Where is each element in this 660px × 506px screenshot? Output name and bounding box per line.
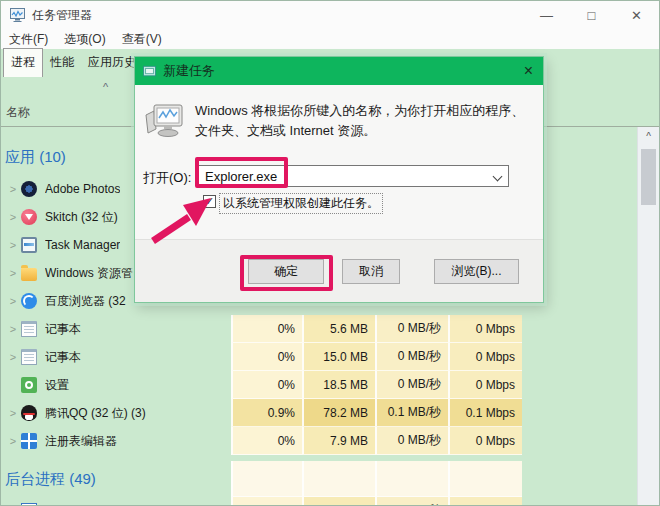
process-name: 注册表编辑器 [45, 433, 117, 450]
memory-value: 5.6 MB [302, 315, 375, 343]
dialog-title: 新建任务 [163, 62, 215, 80]
process-name: 记事本 [45, 349, 81, 366]
memory-value: 9.5 MB [302, 497, 375, 505]
new-task-dialog: 新建任务 × Windows 将根据你所键入的名称，为你打开相应的程序、 文件夹… [134, 56, 544, 303]
app-frame-host-icon [21, 503, 37, 505]
menu-item[interactable]: 选项(O) [64, 31, 105, 48]
tab[interactable]: 性能 [43, 49, 81, 77]
maximize-button[interactable]: □ [569, 1, 614, 29]
window-titlebar[interactable]: 任务管理器 — □ ✕ [1, 1, 659, 29]
menu-item[interactable]: 文件(F) [9, 31, 48, 48]
qq-penguin-icon [21, 405, 37, 421]
disk-value [375, 461, 448, 497]
expand-chevron-icon[interactable]: > [5, 407, 21, 419]
process-name-cell[interactable]: > 记事本 [1, 343, 231, 371]
process-name-cell[interactable]: > 设置 [1, 371, 231, 399]
close-button[interactable]: ✕ [614, 1, 659, 29]
process-name-cell[interactable]: > 注册表编辑器 [1, 427, 231, 455]
network-value: 0.1 Mbps [448, 399, 522, 427]
minimize-button[interactable]: — [524, 1, 569, 29]
memory-value: 7.9 MB [302, 427, 375, 455]
expand-chevron-icon[interactable]: > [5, 183, 21, 195]
process-name: Windows 资源管 [45, 265, 133, 282]
dialog-close-icon[interactable]: × [524, 63, 533, 79]
process-name: Skitch (32 位) [45, 209, 118, 226]
network-value: 0 Mbps [448, 497, 522, 505]
combobox-dropdown-icon[interactable] [490, 166, 508, 186]
process-name-cell[interactable]: > 后台进程 (49) [1, 461, 231, 497]
expand-chevron-icon[interactable]: > [5, 295, 21, 307]
cpu-value: 0% [231, 497, 302, 505]
scrollbar-thumb[interactable] [641, 149, 656, 205]
table-row[interactable]: > 注册表编辑器 0% 7.9 MB 0 MB/秒 0 Mbps [1, 427, 637, 455]
process-name-cell[interactable]: > Application Frame Host [1, 497, 231, 505]
task-manager-window: 任务管理器 — □ ✕ 文件(F)选项(O)查看(V) 进程性能应用历史记 ^ … [0, 0, 660, 506]
process-name: 应用 (10) [5, 148, 66, 167]
network-value [448, 461, 522, 497]
table-row[interactable]: > Application Frame Host 0% 9.5 MB 0 MB/… [1, 497, 637, 505]
process-name-cell[interactable]: > 记事本 [1, 315, 231, 343]
notepad-icon [21, 349, 37, 365]
expand-chevron-icon[interactable]: > [5, 211, 21, 223]
vertical-scrollbar[interactable]: ^ [637, 127, 659, 505]
table-row[interactable]: > 记事本 0% 5.6 MB 0 MB/秒 0 Mbps [1, 315, 637, 343]
cpu-value: 0% [231, 427, 302, 455]
process-name: Task Manager [45, 238, 120, 252]
cpu-value [231, 461, 302, 497]
run-dialog-icon [144, 103, 188, 141]
network-value: 0 Mbps [448, 315, 522, 343]
expand-chevron-icon[interactable]: > [5, 435, 21, 447]
memory-value [302, 461, 375, 497]
dialog-message: Windows 将根据你所键入的名称，为你打开相应的程序、 文件夹、文档或 In… [195, 101, 524, 141]
cpu-value: 0% [231, 315, 302, 343]
network-value: 0 Mbps [448, 371, 522, 399]
tab[interactable]: 进程 [3, 48, 43, 77]
disk-value: 0 MB/秒 [375, 343, 448, 371]
cpu-value: 0% [231, 371, 302, 399]
process-name-cell[interactable]: > 腾讯QQ (32 位) (3) [1, 399, 231, 427]
dialog-message-line1: Windows 将根据你所键入的名称，为你打开相应的程序、 [195, 101, 524, 121]
dialog-message-line2: 文件夹、文档或 Internet 资源。 [195, 121, 524, 141]
disk-value: 0 MB/秒 [375, 315, 448, 343]
sort-ascending-icon: ^ [103, 81, 108, 93]
expand-chevron-icon[interactable]: > [5, 323, 21, 335]
menu-bar: 文件(F)选项(O)查看(V) [1, 29, 659, 49]
process-name: 百度浏览器 (32 [45, 293, 126, 310]
registry-icon [21, 433, 37, 449]
process-name: 记事本 [45, 321, 81, 338]
cpu-value: 0.9% [231, 399, 302, 427]
window-title: 任务管理器 [32, 7, 92, 24]
expand-chevron-icon[interactable]: > [5, 239, 21, 251]
network-value: 0 Mbps [448, 427, 522, 455]
photoshop-icon [21, 181, 37, 197]
expand-chevron-icon[interactable]: > [5, 267, 21, 279]
dialog-titlebar[interactable]: 新建任务 × [135, 57, 543, 85]
disk-value: 0 MB/秒 [375, 427, 448, 455]
cpu-value: 0% [231, 343, 302, 371]
baidu-browser-icon [21, 293, 37, 309]
annotation-arrow-icon [143, 189, 223, 249]
task-manager-app-icon [10, 8, 25, 23]
process-name: 设置 [45, 377, 69, 394]
expand-chevron-icon[interactable]: > [5, 351, 21, 363]
settings-gear-icon [21, 377, 37, 393]
process-name: 腾讯QQ (32 位) (3) [45, 405, 146, 422]
memory-value: 78.2 MB [302, 399, 375, 427]
network-value: 0 Mbps [448, 343, 522, 371]
table-row[interactable]: > 设置 0% 18.5 MB 0 MB/秒 0 Mbps [1, 371, 637, 399]
table-row[interactable]: > 记事本 0% 15.0 MB 0 MB/秒 0 Mbps [1, 343, 637, 371]
browse-button[interactable]: 浏览(B)... [434, 259, 519, 284]
table-row[interactable]: > 后台进程 (49) [1, 461, 637, 497]
admin-privileges-label[interactable]: 以系统管理权限创建此任务。 [220, 194, 382, 213]
scroll-up-icon[interactable]: ^ [638, 127, 659, 147]
disk-value: 0 MB/秒 [375, 497, 448, 505]
explorer-folder-icon [21, 268, 37, 281]
process-name: Application Frame Host [45, 504, 170, 505]
name-column-header[interactable]: 名称 [6, 104, 30, 121]
open-field-label: 打开(O): [143, 169, 191, 187]
notepad-icon [21, 321, 37, 337]
dialog-icon [143, 65, 156, 78]
cancel-button[interactable]: 取消 [342, 259, 400, 284]
menu-item[interactable]: 查看(V) [122, 31, 162, 48]
table-row[interactable]: > 腾讯QQ (32 位) (3) 0.9% 78.2 MB 0.1 MB/秒 … [1, 399, 637, 427]
